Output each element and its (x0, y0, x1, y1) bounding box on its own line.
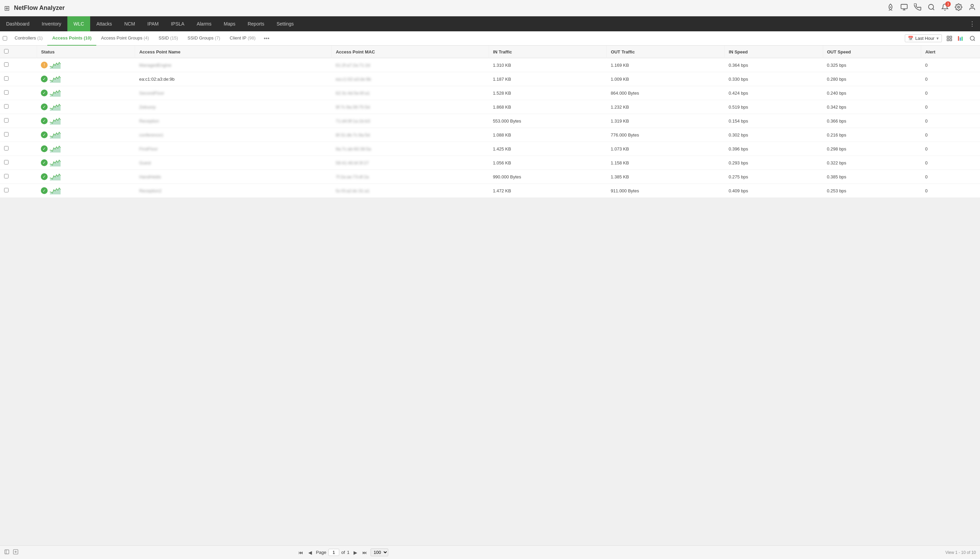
in-speed: 0.409 bps (724, 184, 823, 198)
alert-count: 0 (921, 114, 980, 128)
access-point-name[interactable]: HandHelds (135, 170, 332, 184)
notification-icon[interactable]: 3 (941, 3, 949, 13)
status-ok-icon: ✓ (41, 187, 48, 194)
tab-more-button[interactable]: ••• (260, 35, 273, 41)
tab-ssid[interactable]: SSID (15) (154, 31, 183, 46)
chart-thumbnail[interactable] (49, 187, 61, 194)
nav-more-button[interactable]: ⋮ (964, 17, 980, 31)
status-ok-icon: ✓ (41, 146, 48, 152)
svg-rect-8 (947, 36, 949, 38)
tab-access-points[interactable]: Access Points (10) (47, 31, 96, 46)
svg-rect-11 (950, 39, 952, 41)
grid-view-button[interactable] (945, 34, 954, 43)
alert-count: 0 (921, 128, 980, 142)
row-checkbox[interactable] (4, 90, 8, 95)
nav-item-alarms[interactable]: Alarms (191, 17, 218, 31)
nav-item-wlc[interactable]: WLC (68, 17, 90, 31)
access-point-mac: 8f:31:db:7c:9a:5d (332, 128, 488, 142)
tab-ssid-groups[interactable]: SSID Groups (7) (183, 31, 225, 46)
status-cell: ✓ (41, 173, 131, 180)
row-checkbox[interactable] (4, 188, 8, 192)
row-checkbox[interactable] (4, 76, 8, 81)
chart-thumbnail[interactable] (49, 103, 61, 111)
tab-controllers[interactable]: Controllers (1) (10, 31, 47, 46)
nav-item-reports[interactable]: Reports (242, 17, 271, 31)
row-checkbox[interactable] (4, 118, 8, 122)
alert-count: 0 (921, 58, 980, 72)
access-point-name[interactable]: Guest (135, 156, 332, 170)
table-row: ✓ SecondFloor62:3c:4d:5e:6f:a11.528 KB86… (0, 86, 980, 100)
access-point-name[interactable]: ManagedEngine (135, 58, 332, 72)
row-checkbox[interactable] (4, 62, 8, 67)
user-icon[interactable] (968, 3, 976, 13)
alert-count: 0 (921, 100, 980, 114)
chart-thumbnail[interactable] (49, 61, 61, 69)
alert-count: 0 (921, 72, 980, 86)
status-ok-icon: ✓ (41, 131, 48, 138)
col-header-in-speed: IN Speed (724, 46, 823, 58)
col-header-name: Access Point Name (135, 46, 332, 58)
access-point-name[interactable]: conference1 (135, 128, 332, 142)
chart-view-button[interactable] (955, 34, 965, 43)
table-select-all[interactable] (4, 49, 8, 53)
time-selector[interactable]: 📅 Last Hour ▾ (905, 35, 942, 42)
in-traffic: 553.000 Bytes (488, 114, 606, 128)
monitor-icon[interactable] (900, 3, 908, 13)
nav-bar: Dashboard Inventory WLC Attacks NCM IPAM… (0, 17, 980, 31)
nav-item-attacks[interactable]: Attacks (90, 17, 118, 31)
access-point-name[interactable]: SecondFloor (135, 86, 332, 100)
nav-item-dashboard[interactable]: Dashboard (0, 17, 36, 31)
rocket-icon[interactable] (887, 3, 894, 13)
access-point-name[interactable]: Reception (135, 114, 332, 128)
tab-client-ip[interactable]: Client IP (98) (225, 31, 260, 46)
phone-icon[interactable] (914, 3, 921, 13)
row-checkbox[interactable] (4, 174, 8, 179)
access-point-name[interactable]: FirstFloor (135, 142, 332, 156)
chart-thumbnail[interactable] (49, 159, 61, 167)
in-traffic: 990.000 Bytes (488, 170, 606, 184)
nav-item-ipam[interactable]: IPAM (141, 17, 165, 31)
chart-thumbnail[interactable] (49, 131, 61, 139)
chart-thumbnail[interactable] (49, 173, 61, 180)
settings-icon[interactable] (955, 3, 962, 13)
col-header-out-traffic: OUT Traffic (607, 46, 724, 58)
status-ok-icon: ✓ (41, 159, 48, 166)
col-header-in-traffic: IN Traffic (488, 46, 606, 58)
access-point-name[interactable]: ea:c1:02:a3:de:9b (135, 72, 332, 86)
tab-access-point-groups[interactable]: Access Point Groups (4) (96, 31, 154, 46)
row-checkbox[interactable] (4, 146, 8, 150)
row-checkbox[interactable] (4, 160, 8, 164)
out-speed: 0.240 bps (823, 86, 921, 100)
status-cell: ✓ (41, 145, 131, 152)
out-traffic: 776.000 Bytes (607, 128, 724, 142)
calendar-icon: 📅 (908, 36, 913, 41)
nav-item-settings[interactable]: Settings (271, 17, 300, 31)
access-point-name[interactable]: Reception2 (135, 184, 332, 198)
row-checkbox[interactable] (4, 132, 8, 137)
chart-thumbnail[interactable] (49, 117, 61, 125)
search-header-icon[interactable] (927, 3, 935, 13)
svg-rect-10 (947, 39, 949, 41)
status-cell: ! (41, 61, 131, 69)
select-all-checkbox[interactable] (3, 36, 7, 41)
row-checkbox[interactable] (4, 104, 8, 109)
col-header-alert: Alert (921, 46, 980, 58)
nav-item-inventory[interactable]: Inventory (36, 17, 68, 31)
table-row: ✓ Reception71:d4:9f:1a:1b:b3553.000 Byte… (0, 114, 980, 128)
chart-thumbnail[interactable] (49, 89, 61, 97)
status-ok-icon: ✓ (41, 89, 48, 96)
access-point-name[interactable]: Zebuorp (135, 100, 332, 114)
table-row: ✓ FirstFloor9a:7c:ab:60:38:5a1.425 KB1.0… (0, 142, 980, 156)
tab-bar: Controllers (1) Access Points (10) Acces… (0, 31, 980, 46)
svg-rect-14 (962, 36, 963, 41)
status-cell: ✓ (41, 75, 131, 83)
in-speed: 0.364 bps (724, 58, 823, 72)
table-search-button[interactable] (968, 34, 977, 43)
nav-item-ncm[interactable]: NCM (118, 17, 141, 31)
grid-icon[interactable]: ⊞ (4, 4, 10, 12)
table-row: ✓ ea:c1:02:a3:de:9bea:c1:02:a3:de:9b1.18… (0, 72, 980, 86)
chart-thumbnail[interactable] (49, 75, 61, 83)
chart-thumbnail[interactable] (49, 145, 61, 152)
nav-item-maps[interactable]: Maps (218, 17, 241, 31)
nav-item-ipsla[interactable]: IPSLA (165, 17, 191, 31)
